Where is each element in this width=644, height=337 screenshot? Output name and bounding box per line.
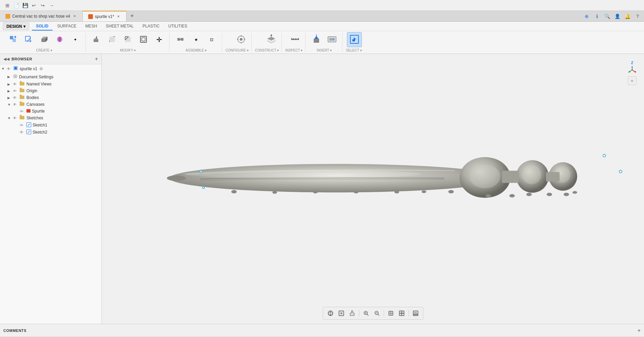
tree-item-origin[interactable]: ▶ 👁 Origin (0, 87, 101, 94)
browser-collapse-left-icon[interactable]: ◀◀ (3, 57, 9, 61)
tree-item-root[interactable]: ▼ 👁 spurtle v1 ⚙ (0, 64, 101, 73)
axis-widget (627, 65, 637, 75)
pan-button[interactable] (347, 309, 357, 318)
toolbar-sep-1 (359, 310, 359, 317)
svg-point-52 (15, 76, 16, 77)
svg-point-75 (509, 194, 515, 198)
tree-item-sketch2[interactable]: ▶ 👁 Sketch2 (0, 128, 101, 136)
tab-close-1[interactable]: ✕ (72, 14, 77, 19)
tab-sheetmetal[interactable]: SHEET METAL (102, 22, 138, 31)
tree-item-canvases[interactable]: ▼ 👁 Canvases (0, 101, 101, 108)
tree-item-bodies[interactable]: ▶ 👁 Bodies (0, 94, 101, 101)
tree-eye-sketch2[interactable]: 👁 (20, 130, 25, 134)
top-bar-left-icons: ⊞ 📄 💾 ↩ ↪ → (1, 2, 58, 9)
tree-eye-sketch1[interactable]: 👁 (20, 123, 25, 127)
tab-solid[interactable]: SOLID (32, 22, 53, 31)
new-component-button[interactable] (5, 32, 20, 47)
svg-point-58 (183, 170, 421, 178)
environment-button[interactable] (411, 309, 420, 318)
search-online-icon[interactable]: 🔍 (603, 13, 611, 20)
chamfer-button[interactable] (120, 32, 135, 47)
tab-surface[interactable]: SURFACE (53, 22, 81, 31)
sketch-button[interactable] (21, 32, 36, 47)
redo-icon[interactable]: ↪ (39, 2, 46, 9)
joint-origin-button[interactable]: ★ (189, 32, 203, 47)
axis-z-label: Z (631, 61, 633, 65)
display-settings-button[interactable] (397, 309, 406, 318)
tab-plastic[interactable]: PLASTIC (138, 22, 163, 31)
view-cube[interactable]: ⧈ (628, 76, 637, 85)
fillet-button[interactable] (105, 32, 120, 47)
undo-icon[interactable]: ↩ (31, 2, 37, 9)
tab-close-2[interactable]: ✕ (116, 14, 121, 19)
svg-point-77 (547, 193, 552, 196)
redo2-icon[interactable]: → (48, 2, 55, 9)
tree-item-sketches[interactable]: ▼ 👁 Sketches (0, 115, 101, 121)
configure-btn[interactable] (234, 32, 249, 47)
zoom-out-button[interactable] (372, 309, 382, 318)
file-icon[interactable]: 📄 (13, 2, 20, 9)
extrude-button[interactable] (37, 32, 52, 47)
tree-eye-canvases[interactable]: 👁 (13, 102, 18, 106)
toolbar-sep-3 (408, 310, 409, 317)
question-icon[interactable]: ? (634, 13, 641, 20)
zoom-in-button[interactable] (361, 309, 371, 318)
selection-point-2[interactable] (202, 186, 205, 189)
tree-eye-spurtle-canvas[interactable]: 👁 (20, 109, 25, 113)
tree-settings-icon[interactable]: ⚙ (39, 66, 43, 71)
tree-eye-named[interactable]: 👁 (13, 82, 18, 86)
orbit-button[interactable] (326, 309, 335, 318)
tree-eye-root[interactable]: 👁 (7, 67, 12, 71)
motion-link-button[interactable]: ⊡ (204, 32, 219, 47)
tab-utilities[interactable]: UTILITIES (164, 22, 191, 31)
svg-point-60 (470, 165, 500, 189)
tab-spurtle[interactable]: spurtle v1* ✕ (83, 11, 127, 21)
tree-item-sketch1[interactable]: ▶ 👁 Sketch1 (0, 121, 101, 128)
tree-sketch-icon-2 (26, 130, 31, 135)
loft-button[interactable]: ✦ (68, 32, 83, 47)
svg-line-94 (367, 314, 369, 316)
press-pull-button[interactable] (89, 32, 104, 47)
move-button[interactable]: ✛ (152, 32, 167, 47)
svg-point-26 (240, 38, 242, 41)
joint-button[interactable] (173, 32, 188, 47)
measure-button[interactable] (288, 32, 303, 47)
modify-buttons: ✛ (89, 32, 167, 47)
selection-point-3[interactable] (619, 170, 622, 173)
selection-point-4[interactable] (603, 154, 606, 157)
view-cube-button[interactable] (386, 309, 395, 318)
tree-eye-bodies[interactable]: 👁 (13, 96, 18, 100)
tree-item-doc-settings[interactable]: ▶ Document Settings (0, 73, 101, 81)
look-at-button[interactable] (336, 309, 346, 318)
viewport[interactable]: Z ⧈ (102, 54, 644, 324)
tab-add-button[interactable]: + (126, 11, 137, 22)
browser-add-icon[interactable]: + (95, 56, 98, 62)
account-icon[interactable]: 👤 (613, 13, 621, 20)
notification-icon[interactable]: 🔔 (624, 13, 631, 20)
offset-plane-button[interactable] (264, 32, 279, 47)
insert-derive-button[interactable] (309, 32, 324, 47)
tree-arrow-sketches: ▼ (7, 116, 12, 120)
tree-eye-sketches[interactable]: 👁 (13, 116, 18, 120)
grid-menu-icon[interactable]: ⊞ (4, 2, 11, 9)
shell-button[interactable] (136, 32, 151, 47)
select-button[interactable] (347, 32, 362, 47)
comments-add-button[interactable]: + (638, 328, 641, 334)
svg-rect-105 (399, 313, 402, 316)
tab-central-vac[interactable]: Central vac to shop vac hose v4 ✕ (0, 11, 83, 21)
svg-rect-65 (502, 171, 519, 183)
tab-mesh[interactable]: MESH (81, 22, 101, 31)
insert-canvas-icon (327, 34, 337, 46)
revolve-button[interactable] (52, 32, 67, 47)
sidebar: ◀◀ BROWSER + ▼ 👁 spurtle v1 ⚙ (0, 54, 102, 324)
tree-item-spurtle-canvas[interactable]: ▶ 👁 Spurtle (0, 108, 101, 115)
design-dropdown-button[interactable]: DESIGN ▾ (3, 22, 29, 30)
tree-eye-origin[interactable]: 👁 (13, 89, 18, 93)
insert-canvas-button[interactable] (325, 32, 339, 47)
help-circle-icon[interactable]: ⊕ (583, 13, 590, 20)
extrude-icon (40, 35, 48, 44)
tree-item-named-views[interactable]: ▶ 👁 Named Views (0, 81, 101, 87)
tab-label-1: Central vac to shop vac hose v4 (12, 14, 70, 19)
save-icon[interactable]: 💾 (22, 2, 28, 9)
info-icon[interactable]: ℹ (593, 13, 601, 20)
